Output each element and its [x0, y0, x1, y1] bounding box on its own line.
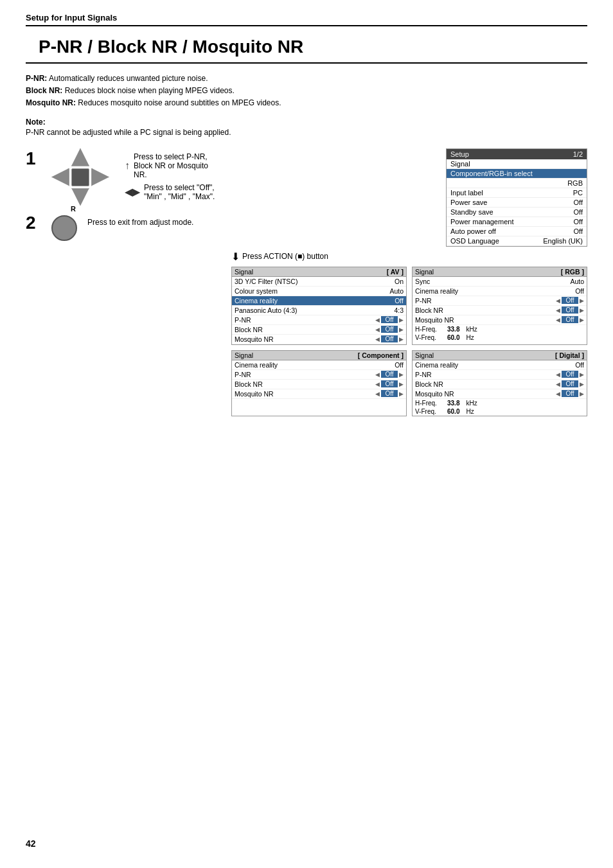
signal-av-row-5: Block NR ◀ Off ▶ — [232, 325, 406, 335]
dpad-down[interactable] — [71, 188, 89, 206]
signal-comp-row-1: P-NR ◀ Off ▶ — [232, 370, 406, 380]
rgb-row3-val: Off — [562, 306, 578, 314]
setup-panel: Setup 1/2 Signal Component/RGB-in select… — [446, 148, 587, 247]
dig-row3-val: Off — [562, 390, 578, 397]
av-row3-val: 4:3 — [394, 306, 404, 314]
step1-row: 1 ↑ Press to select P-NR, Block NR or Mo… — [26, 148, 218, 206]
step2-text: Press to exit from adjust mode. — [87, 218, 193, 227]
osd-area: Setup 1/2 Signal Component/RGB-in select… — [231, 148, 587, 421]
step1-text1: Press to select P-NR, Block NR or Mosqui… — [134, 152, 218, 179]
slider-left-icon: ◀ — [375, 336, 380, 342]
comp-row0-name: Cinema reality — [235, 361, 278, 369]
setup-label-8: OSD Language — [450, 237, 499, 245]
av-row5-slider: ◀ Off ▶ — [375, 326, 404, 333]
av-row0-name: 3D Y/C Filter (NTSC) — [235, 278, 298, 285]
signal-av-row-0: 3D Y/C Filter (NTSC) On — [232, 277, 406, 287]
rgb-row4-val: Off — [562, 316, 578, 323]
signal-rgb-label: Signal — [415, 268, 434, 276]
av-row6-name: Mosquito NR — [235, 335, 274, 343]
dig-row1-val: Off — [562, 371, 578, 378]
desc-blocknr: Block NR: Reduces block noise when playi… — [26, 85, 587, 97]
step1-instructions: ↑ Press to select P-NR, Block NR or Mosq… — [125, 148, 218, 201]
rgb-row3-slider: ◀ Off ▶ — [556, 306, 584, 314]
av-row4-slider: ◀ Off ▶ — [375, 316, 404, 323]
signal-component-label: Signal — [235, 351, 253, 359]
signal-dig-row-2: Block NR ◀ Off ▶ — [413, 380, 587, 389]
slider-right-icon: ▶ — [399, 317, 404, 323]
comp-row3-slider: ◀ Off ▶ — [375, 390, 404, 397]
comp-row0-val: Off — [395, 361, 404, 369]
step1-number: 1 — [26, 148, 41, 169]
setup-label-6: Power management — [450, 218, 513, 226]
comp-row1-slider: ◀ Off ▶ — [375, 371, 404, 378]
dpad-wrapper — [51, 148, 109, 206]
rgb-row4-slider: ◀ Off ▶ — [556, 316, 584, 323]
round-button[interactable] — [51, 215, 77, 241]
rgb-row3-name: Block NR — [415, 306, 443, 314]
signal-component-mode: [ Component ] — [358, 351, 404, 359]
setup-label-7: Auto power off — [450, 227, 496, 235]
rgb-freq-h-unit: kHz — [466, 326, 477, 333]
rgb-row4-name: Mosquito NR — [415, 316, 454, 324]
step2-row: 2 R Press to exit from adjust mode. — [26, 213, 218, 241]
setup-val-7: Off — [574, 227, 583, 235]
signal-digital-header: Signal [ Digital ] — [413, 351, 587, 360]
step2-number: 2 — [26, 213, 41, 233]
section-title: Setup for Input Signals — [26, 13, 587, 22]
dig-row3-slider: ◀ Off ▶ — [556, 390, 584, 397]
av-row4-val: Off — [381, 316, 398, 323]
av-row2-name: Cinema reality — [235, 297, 278, 305]
dpad-up[interactable] — [71, 148, 89, 166]
setup-row-rgb: RGB — [447, 179, 587, 188]
down-arrow-icon: ⬇ — [231, 251, 240, 263]
dig-row3-name: Mosquito NR — [415, 390, 454, 398]
av-row6-slider: ◀ Off ▶ — [375, 335, 404, 342]
signal-comp-row-3: Mosquito NR ◀ Off ▶ — [232, 389, 406, 399]
signal-av-label: Signal — [235, 268, 253, 276]
signal-rgb-row-0: Sync Auto — [413, 277, 587, 287]
dig-freq-h-label: H-Freq. — [415, 400, 441, 407]
step1-instruction1: ↑ Press to select P-NR, Block NR or Mosq… — [125, 152, 218, 179]
setup-header: Setup 1/2 — [447, 149, 587, 159]
setup-row-signal: Signal — [447, 159, 587, 169]
dpad[interactable] — [51, 148, 109, 206]
setup-val-4: Off — [574, 199, 583, 206]
rgb-freq-h-val: 33.8 — [447, 326, 459, 333]
slider-right-icon: ▶ — [399, 326, 404, 333]
note-block: Note: P-NR cannot be adjusted while a PC… — [26, 118, 587, 137]
dpad-left[interactable] — [51, 168, 69, 186]
signal-grid: Signal [ AV ] 3D Y/C Filter (NTSC) On Co… — [231, 267, 587, 416]
page-number: 42 — [26, 838, 36, 849]
setup-label-3: Input label — [450, 189, 483, 197]
step1-instruction2: ◀▶ Press to select "Off", "Min" , "Mid" … — [125, 183, 218, 201]
setup-row-osd: OSD Language English (UK) — [447, 236, 587, 246]
desc-pnr: P-NR: Automatically reduces unwanted pic… — [26, 73, 587, 85]
mosquito-text: Reduces mosquito noise around subtitles … — [78, 98, 281, 107]
signal-rgb-freq-h: H-Freq. 33.8 kHz — [413, 325, 587, 333]
setup-val-5: Off — [574, 208, 583, 216]
arrow-lr-icon: ◀▶ — [125, 186, 140, 198]
av-row5-name: Block NR — [235, 326, 263, 333]
step1-text2: Press to select "Off", "Min" , "Mid" , "… — [144, 183, 218, 201]
setup-val-2: RGB — [567, 179, 583, 187]
setup-label-0: Signal — [450, 160, 470, 168]
pnr-text: Automatically reduces unwanted picture n… — [49, 74, 208, 83]
signal-dig-freq-h: H-Freq. 33.8 kHz — [413, 399, 587, 407]
arrow-up-icon: ↑ — [125, 160, 130, 172]
signal-rgb-row-1: Cinema reality Off — [413, 287, 587, 296]
signal-digital-mode: [ Digital ] — [555, 351, 584, 359]
note-text: P-NR cannot be adjusted while a PC signa… — [26, 128, 587, 137]
press-action-text: Press ACTION (■) button — [242, 252, 328, 261]
dpad-center[interactable] — [71, 168, 89, 186]
dig-freq-v-val: 60.0 — [447, 408, 459, 415]
signal-rgb-mode: [ RGB ] — [561, 268, 584, 276]
setup-row-input: Input label PC — [447, 188, 587, 198]
blocknr-text: Reduces block noise when playing MPEG vi… — [65, 86, 235, 95]
dpad-right[interactable] — [91, 168, 109, 186]
rgb-row2-name: P-NR — [415, 297, 432, 305]
blocknr-label: Block NR: — [26, 86, 62, 95]
rgb-row2-val: Off — [562, 297, 578, 304]
signal-panel-rgb: Signal [ RGB ] Sync Auto Cinema reality … — [412, 267, 587, 345]
dig-row0-val: Off — [575, 361, 584, 369]
av-row1-val: Auto — [389, 287, 404, 295]
